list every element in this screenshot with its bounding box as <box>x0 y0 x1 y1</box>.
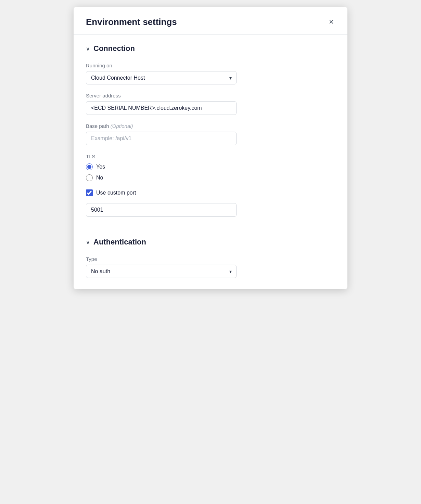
auth-type-select-wrapper: No auth Basic Auth Bearer Token API Key … <box>86 265 237 278</box>
modal-title: Environment settings <box>86 17 177 27</box>
base-path-label: Base path (Optional) <box>86 123 335 129</box>
custom-port-label: Use custom port <box>96 190 136 196</box>
close-icon: × <box>329 18 334 26</box>
connection-chevron-icon: ∨ <box>86 45 90 52</box>
tls-no-radio[interactable] <box>86 174 93 181</box>
running-on-select-wrapper: Cloud Connector Host Local Host Custom ▾ <box>86 71 237 84</box>
connection-section-title: Connection <box>93 44 135 53</box>
running-on-label: Running on <box>86 63 335 68</box>
auth-type-field: Type No auth Basic Auth Bearer Token API… <box>86 256 335 278</box>
connection-section: ∨ Connection Running on Cloud Connector … <box>74 35 347 228</box>
tls-yes-radio[interactable] <box>86 163 93 170</box>
auth-type-select[interactable]: No auth Basic Auth Bearer Token API Key <box>86 265 237 278</box>
server-address-label: Server address <box>86 93 335 98</box>
base-path-optional-label: (Optional) <box>111 123 133 129</box>
modal-body: ∨ Connection Running on Cloud Connector … <box>74 35 347 289</box>
environment-settings-modal: Environment settings × ∨ Connection Runn… <box>74 7 347 289</box>
close-button[interactable]: × <box>328 16 335 27</box>
authentication-section-title: Authentication <box>93 238 146 247</box>
port-number-input[interactable] <box>86 203 237 217</box>
tls-label: TLS <box>86 154 335 159</box>
tls-field: TLS Yes No <box>86 154 335 181</box>
connection-section-header[interactable]: ∨ Connection <box>86 44 335 53</box>
tls-no-label: No <box>96 175 103 181</box>
tls-yes-option[interactable]: Yes <box>86 163 335 170</box>
authentication-section: ∨ Authentication Type No auth Basic Auth… <box>74 228 347 289</box>
server-address-field: Server address <box>86 93 335 115</box>
base-path-input[interactable] <box>86 132 237 145</box>
tls-no-option[interactable]: No <box>86 174 335 181</box>
modal-header: Environment settings × <box>74 7 347 35</box>
auth-type-label: Type <box>86 256 335 262</box>
tls-yes-label: Yes <box>96 164 105 170</box>
custom-port-field: Use custom port <box>86 189 335 217</box>
custom-port-checkbox-group[interactable]: Use custom port <box>86 189 335 196</box>
server-address-input[interactable] <box>86 101 237 115</box>
running-on-select[interactable]: Cloud Connector Host Local Host Custom <box>86 71 237 84</box>
authentication-section-header[interactable]: ∨ Authentication <box>86 238 335 247</box>
custom-port-checkbox[interactable] <box>86 189 93 196</box>
base-path-field: Base path (Optional) <box>86 123 335 145</box>
tls-radio-group: Yes No <box>86 163 335 181</box>
authentication-chevron-icon: ∨ <box>86 239 90 246</box>
running-on-field: Running on Cloud Connector Host Local Ho… <box>86 63 335 84</box>
